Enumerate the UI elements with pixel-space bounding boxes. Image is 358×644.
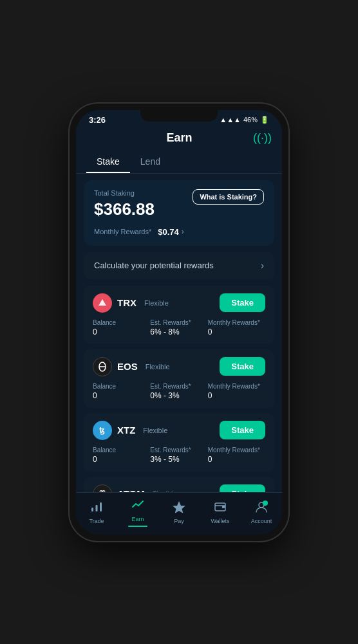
est-rewards-col: Est. Rewards* 3% - 5% (150, 446, 207, 464)
coin-item-atom: ATOM Flexible Stake Balance Est. Rewards… (84, 477, 274, 492)
coin-stats: Balance 0 Est. Rewards* 6% - 8% Monthly … (93, 319, 265, 336)
staking-label: Total Staking (94, 189, 155, 197)
monthly-rewards-value: 0 (208, 455, 265, 464)
notch (140, 110, 218, 122)
est-rewards-value: 6% - 8% (150, 327, 207, 336)
monthly-rewards-col: Monthly Rewards* 0 (208, 319, 265, 336)
nav-item-earn[interactable]: Earn (117, 498, 158, 527)
coin-info: ATOM Flexible (93, 484, 177, 492)
coin-item-xtz: ꜩ XTZ Flexible Stake Balance 0 Est. Rewa… (84, 413, 274, 472)
monthly-rewards-col: Monthly Rewards* 0 (208, 383, 265, 400)
monthly-value: $0.74 (158, 227, 179, 237)
coin-icon-eos (93, 357, 112, 376)
staking-card: Total Staking $366.88 What is Staking? M… (84, 180, 274, 246)
balance-label: Balance (93, 319, 150, 326)
earn-label: Earn (131, 516, 144, 522)
trade-icon (90, 500, 103, 516)
account-dot (263, 501, 268, 506)
coin-name: XTZ (117, 425, 135, 436)
coin-name: TRX (117, 297, 137, 308)
nav-item-pay[interactable]: Pay (158, 500, 200, 524)
monthly-rewards-col: Monthly Rewards* 0 (208, 446, 265, 464)
coin-type: Flexible (146, 363, 170, 371)
monthly-rewards-label: Monthly Rewards* (208, 383, 265, 390)
signal-icon: ▲▲▲ (220, 116, 241, 124)
tabs-bar: Stake Lend (76, 151, 282, 174)
battery-text: 46% (243, 116, 258, 124)
earn-icon (131, 498, 144, 514)
est-rewards-label: Est. Rewards* (150, 446, 207, 454)
est-rewards-value: 0% - 3% (150, 391, 207, 400)
nav-item-trade[interactable]: Trade (76, 500, 117, 524)
what-is-staking-button[interactable]: What is Staking? (193, 189, 264, 205)
pay-label: Pay (174, 518, 184, 524)
est-rewards-label: Est. Rewards* (150, 319, 207, 326)
nav-item-wallets[interactable]: Wallets (200, 500, 241, 524)
est-rewards-label: Est. Rewards* (150, 383, 207, 390)
nav-item-account[interactable]: Account (241, 501, 282, 524)
coin-info: TRX Flexible (93, 293, 169, 313)
stake-button-xtz[interactable]: Stake (220, 421, 265, 439)
balance-col: Balance 0 (93, 383, 150, 400)
svg-rect-9 (96, 505, 98, 511)
wallets-icon (214, 500, 227, 516)
coin-type: Flexible (143, 427, 167, 434)
monthly-rewards-label: Monthly Rewards* (208, 446, 265, 454)
balance-col: Balance 0 (93, 319, 150, 336)
coin-type: Flexible (144, 299, 169, 307)
balance-value: 0 (93, 455, 150, 464)
monthly-rewards-label: Monthly Rewards* (208, 319, 265, 326)
tab-lend[interactable]: Lend (130, 151, 171, 173)
balance-label: Balance (93, 446, 150, 454)
scroll-content: Total Staking $366.88 What is Staking? M… (76, 174, 282, 492)
stake-button-atom[interactable]: Stake (220, 484, 265, 492)
coin-name: EOS (117, 361, 138, 372)
svg-text:ꜩ: ꜩ (99, 426, 105, 435)
balance-value: 0 (93, 327, 150, 336)
svg-rect-8 (91, 508, 93, 511)
est-rewards-value: 3% - 5% (150, 455, 207, 464)
coin-item-trx: TRX Flexible Stake Balance 0 Est. Reward… (84, 286, 274, 344)
coin-list: TRX Flexible Stake Balance 0 Est. Reward… (76, 286, 282, 492)
phone-frame: 3:26 ▲▲▲ 46% 🔋 Earn ((·)) Stake Lend (70, 104, 288, 541)
coin-icon-xtz: ꜩ (93, 421, 112, 440)
est-rewards-col: Est. Rewards* 6% - 8% (150, 319, 207, 336)
est-rewards-col: Est. Rewards* 0% - 3% (150, 383, 207, 400)
coin-info: ꜩ XTZ Flexible (93, 421, 167, 440)
coin-stats: Balance 0 Est. Rewards* 0% - 3% Monthly … (93, 383, 265, 400)
balance-col: Balance 0 (93, 446, 150, 464)
coin-stats: Balance 0 Est. Rewards* 3% - 5% Monthly … (93, 446, 265, 464)
trade-label: Trade (89, 518, 104, 524)
monthly-rewards-value: 0 (208, 391, 265, 400)
account-label: Account (251, 518, 272, 524)
monthly-rewards-value: 0 (208, 327, 265, 336)
coin-info: EOS Flexible (93, 357, 170, 376)
coin-icon-trx (93, 293, 112, 313)
coin-item-eos: EOS Flexible Stake Balance 0 Est. Reward… (84, 349, 274, 408)
status-icons: ▲▲▲ 46% 🔋 (220, 116, 269, 124)
svg-marker-0 (99, 299, 106, 306)
wallets-label: Wallets (211, 518, 229, 524)
bottom-nav: Trade Earn Pay (76, 492, 282, 535)
header: Earn ((·)) (76, 127, 282, 151)
calculate-banner[interactable]: Calculate your potential rewards › (84, 252, 274, 279)
battery-icon: 🔋 (260, 116, 269, 124)
monthly-label: Monthly Rewards* (94, 228, 151, 235)
calc-chevron: › (261, 260, 264, 271)
balance-value: 0 (93, 391, 150, 400)
svg-rect-10 (100, 502, 102, 511)
stake-button-eos[interactable]: Stake (220, 357, 265, 376)
page-title: Earn (106, 131, 253, 145)
monthly-chevron: › (182, 227, 184, 236)
tab-stake[interactable]: Stake (86, 151, 130, 173)
calc-text: Calculate your potential rewards (94, 261, 214, 270)
stake-button-trx[interactable]: Stake (220, 293, 265, 312)
phone-screen: 3:26 ▲▲▲ 46% 🔋 Earn ((·)) Stake Lend (76, 110, 282, 535)
svg-marker-11 (173, 501, 185, 513)
coin-icon-atom (93, 484, 112, 492)
status-time: 3:26 (89, 115, 106, 125)
staking-amount: $366.88 (94, 199, 155, 219)
pay-icon (173, 500, 185, 516)
balance-label: Balance (93, 383, 150, 390)
wifi-icon: ((·)) (253, 131, 272, 145)
